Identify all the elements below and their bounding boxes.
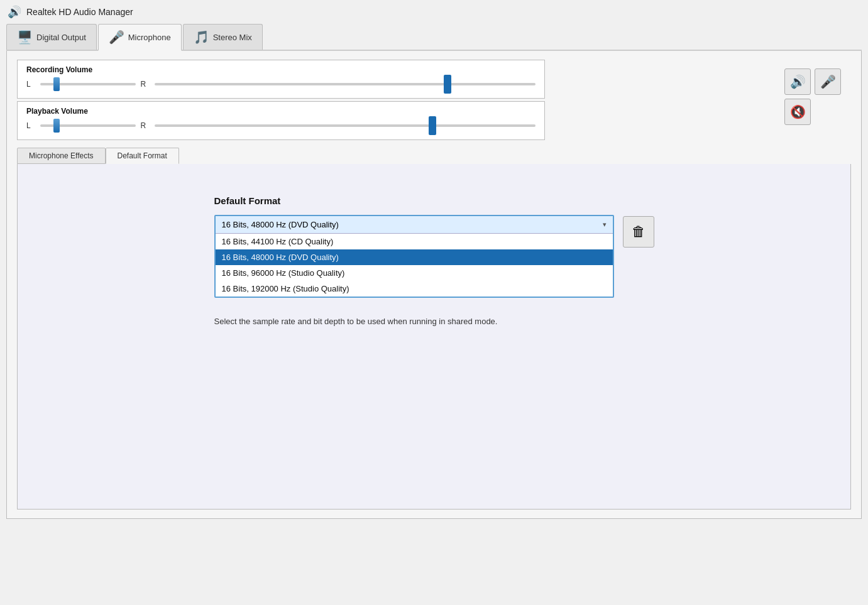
playback-lr-thumb[interactable] bbox=[53, 119, 60, 133]
option-studio-192[interactable]: 16 Bits, 192000 Hz (Studio Quality) bbox=[216, 281, 613, 297]
recording-volume-label: Recording Volume bbox=[26, 65, 536, 74]
tab-microphone[interactable]: 🎤 Microphone bbox=[98, 24, 182, 51]
sub-tab-bar: Microphone Effects Default Format bbox=[17, 148, 851, 164]
tab-microphone-label: Microphone bbox=[128, 33, 171, 42]
format-description: Select the sample rate and bit depth to … bbox=[214, 315, 642, 328]
recording-main-thumb[interactable] bbox=[444, 75, 451, 94]
recording-slider-row: L R bbox=[26, 78, 536, 90]
tab-default-format[interactable]: Default Format bbox=[106, 148, 179, 164]
playback-button-row: 🔇 bbox=[784, 99, 841, 125]
option-studio-96[interactable]: 16 Bits, 96000 Hz (Studio Quality) bbox=[216, 265, 613, 281]
eraser-button[interactable]: 🗑 bbox=[623, 216, 654, 248]
playback-main-thumb[interactable] bbox=[429, 116, 436, 135]
recording-lr-track bbox=[40, 83, 136, 85]
tab-stereo-mix[interactable]: 🎵 Stereo Mix bbox=[183, 24, 263, 50]
playback-main-slider-container[interactable] bbox=[155, 119, 536, 132]
speaker-icon: 🔊 bbox=[790, 74, 806, 89]
eraser-icon: 🗑 bbox=[632, 224, 646, 240]
content-panel: Recording Volume L R bbox=[6, 51, 862, 519]
volume-wrapper: Recording Volume L R bbox=[17, 60, 851, 140]
mic-icon: 🎤 bbox=[820, 74, 836, 89]
stereo-mix-icon: 🎵 bbox=[194, 30, 209, 45]
microphone-tab-icon: 🎤 bbox=[109, 30, 124, 45]
playback-right-label: R bbox=[141, 121, 150, 130]
tab-bar: 🖥️ Digital Output 🎤 Microphone 🎵 Stereo … bbox=[6, 24, 862, 51]
playback-main-track bbox=[155, 124, 536, 127]
playback-volume-section: Playback Volume L R bbox=[17, 101, 545, 140]
recording-main-track bbox=[155, 83, 536, 85]
playback-lr-slider-container[interactable] bbox=[40, 119, 136, 132]
playback-left-label: L bbox=[26, 121, 35, 130]
playback-slider-row: L R bbox=[26, 119, 536, 132]
default-format-title: Default Format bbox=[214, 195, 654, 206]
option-cd-quality[interactable]: 16 Bits, 44100 Hz (CD Quality) bbox=[216, 234, 613, 249]
playback-volume-label: Playback Volume bbox=[26, 107, 536, 116]
tab-default-format-label: Default Format bbox=[118, 151, 167, 160]
recording-volume-section: Recording Volume L R bbox=[17, 60, 545, 99]
recording-main-slider-container[interactable] bbox=[155, 78, 536, 90]
dropdown-selected-value: 16 Bits, 48000 Hz (DVD Quality) bbox=[222, 220, 339, 229]
recording-volume-btn[interactable]: 🔊 bbox=[784, 68, 811, 95]
playback-lr-track bbox=[40, 124, 136, 127]
recording-left-label: L bbox=[26, 80, 35, 89]
main-container: 🖥️ Digital Output 🎤 Microphone 🎵 Stereo … bbox=[6, 24, 862, 519]
sub-content-panel: Default Format 16 Bits, 48000 Hz (DVD Qu… bbox=[17, 164, 851, 510]
app-title: Realtek HD Audio Manager bbox=[26, 7, 133, 17]
volume-buttons-panel: 🔊 🎤 🔇 bbox=[784, 68, 841, 125]
playback-mute-btn[interactable]: 🔇 bbox=[784, 99, 811, 125]
recording-mic-btn[interactable]: 🎤 bbox=[815, 68, 841, 95]
app-icon: 🔊 bbox=[8, 5, 21, 19]
tab-stereo-mix-label: Stereo Mix bbox=[213, 33, 252, 42]
mute-icon: 🔇 bbox=[790, 104, 806, 119]
recording-lr-slider-container[interactable] bbox=[40, 78, 136, 90]
dropdown-header[interactable]: 16 Bits, 48000 Hz (DVD Quality) ▾ bbox=[216, 216, 613, 234]
dropdown-arrow-icon: ▾ bbox=[603, 221, 607, 229]
format-dropdown-container: 16 Bits, 48000 Hz (DVD Quality) ▾ 16 Bit… bbox=[214, 215, 654, 298]
dropdown-options-list: 16 Bits, 44100 Hz (CD Quality) 16 Bits, … bbox=[216, 234, 613, 297]
tab-microphone-effects[interactable]: Microphone Effects bbox=[17, 148, 106, 164]
recording-lr-thumb[interactable] bbox=[53, 77, 60, 91]
tab-digital-output-label: Digital Output bbox=[36, 33, 86, 42]
format-dropdown[interactable]: 16 Bits, 48000 Hz (DVD Quality) ▾ 16 Bit… bbox=[214, 215, 614, 298]
recording-button-row: 🔊 🎤 bbox=[784, 68, 841, 95]
tab-microphone-effects-label: Microphone Effects bbox=[29, 151, 94, 160]
tab-digital-output[interactable]: 🖥️ Digital Output bbox=[6, 24, 97, 50]
digital-output-icon: 🖥️ bbox=[17, 30, 33, 45]
recording-right-label: R bbox=[141, 80, 150, 89]
title-bar: 🔊 Realtek HD Audio Manager bbox=[0, 0, 868, 24]
default-format-section: Default Format 16 Bits, 48000 Hz (DVD Qu… bbox=[214, 195, 654, 328]
option-dvd-quality[interactable]: 16 Bits, 48000 Hz (DVD Quality) bbox=[216, 249, 613, 265]
